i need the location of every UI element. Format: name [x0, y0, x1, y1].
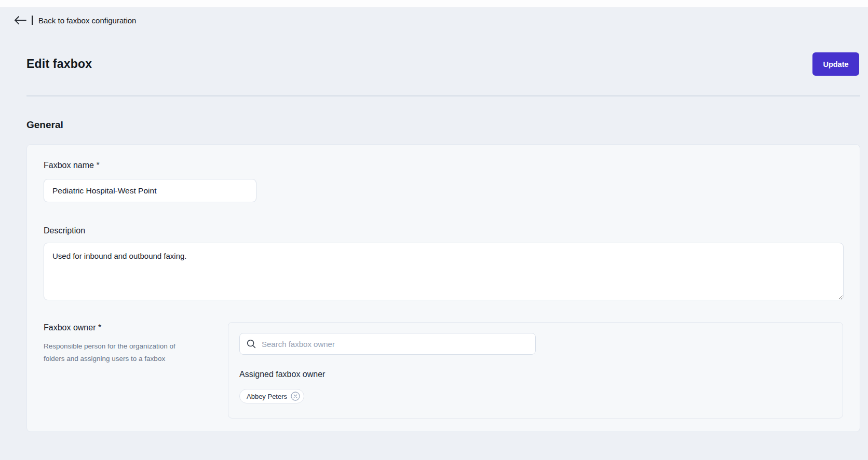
search-icon	[246, 338, 257, 350]
faxbox-owner-label: Faxbox owner *	[44, 323, 228, 332]
top-strip	[0, 0, 868, 7]
text-cursor	[32, 16, 33, 25]
page-title: Edit faxbox	[26, 57, 92, 71]
left-arrow-icon[interactable]	[13, 15, 27, 25]
faxbox-owner-row: Faxbox owner * Responsible person for th…	[44, 322, 843, 419]
assigned-owner-title: Assigned faxbox owner	[239, 370, 832, 379]
faxbox-owner-left: Faxbox owner * Responsible person for th…	[44, 322, 228, 419]
circle-x-icon[interactable]	[291, 392, 300, 401]
page-header: Edit faxbox Update	[26, 52, 859, 76]
back-link[interactable]: Back to faxbox configuration	[13, 15, 868, 25]
owner-chip: Abbey Peters	[239, 389, 304, 403]
back-link-label[interactable]: Back to faxbox configuration	[38, 16, 136, 25]
owner-search-input[interactable]	[239, 333, 536, 355]
section-title-general: General	[26, 119, 868, 131]
faxbox-owner-panel: Assigned faxbox owner Abbey Peters	[228, 322, 843, 419]
header-divider	[26, 95, 860, 96]
description-textarea[interactable]: Used for inbound and outbound faxing.	[44, 243, 844, 300]
assigned-owner-list: Abbey Peters	[239, 389, 832, 403]
owner-chip-label: Abbey Peters	[247, 393, 287, 400]
owner-search	[239, 333, 536, 355]
description-label: Description	[44, 226, 843, 235]
faxbox-owner-helper: Responsible person for the organization …	[44, 340, 180, 365]
faxbox-name-input[interactable]	[44, 179, 256, 202]
update-button[interactable]: Update	[812, 52, 859, 76]
faxbox-name-label: Faxbox name *	[44, 161, 843, 170]
general-card: Faxbox name * Description Used for inbou…	[26, 144, 860, 432]
